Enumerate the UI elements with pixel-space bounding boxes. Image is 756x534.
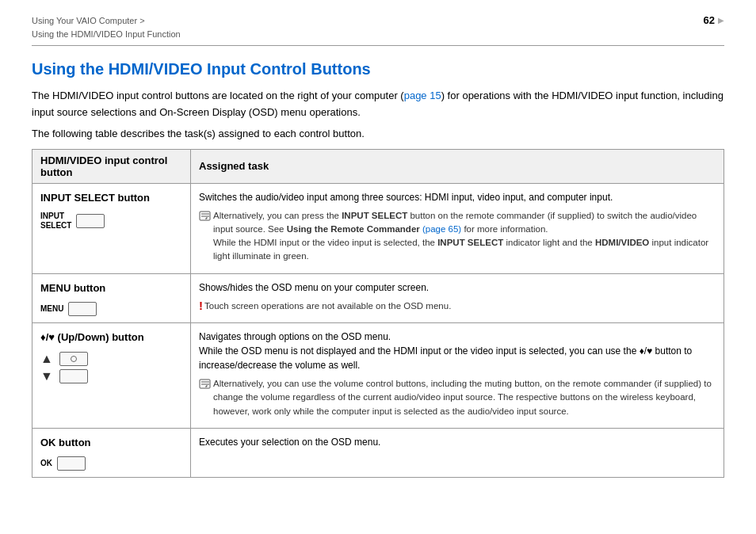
task-text-line: Navigates through options on the OSD men… (199, 331, 391, 342)
table-row: MENU buttonMENUShows/hides the OSD menu … (32, 273, 724, 323)
note-icon (199, 211, 212, 222)
key-label: INPUTSELECT (40, 212, 71, 231)
page-title: Using the HDMI/VIDEO Input Control Butto… (32, 60, 724, 78)
note-icon (199, 379, 212, 390)
button-diagram: INPUTSELECT (40, 212, 182, 231)
note-text: Alternatively, you can use the volume co… (213, 377, 716, 418)
warning-icon: ! (199, 299, 203, 311)
task-cell: Navigates through options on the OSD men… (191, 323, 724, 429)
chevron-icon: ▶ (718, 16, 724, 25)
task-cell: Switches the audio/video input among thr… (191, 183, 724, 273)
note-text: Alternatively, you can press the INPUT S… (213, 209, 716, 264)
page-number: 62 (696, 14, 715, 26)
header-bar: Using Your VAIO Computer > Using the HDM… (32, 14, 724, 46)
button-name-label: MENU button (40, 280, 182, 296)
breadcrumb: Using Your VAIO Computer > Using the HDM… (32, 14, 181, 40)
page-number-area: 62 ▶ (696, 14, 724, 26)
circle-inner (71, 356, 77, 362)
button-cell: INPUT SELECT buttonINPUTSELECT (32, 183, 191, 273)
task-text-line: Switches the audio/video input among thr… (199, 192, 613, 203)
updown-diagram: ▲▼ (40, 352, 182, 383)
circle-button (59, 352, 88, 366)
task-text-line: While the OSD menu is not displayed and … (199, 345, 692, 371)
note-block: Alternatively, you can press the INPUT S… (199, 209, 716, 264)
page-wrapper: Using Your VAIO Computer > Using the HDM… (0, 0, 756, 494)
note-block: Alternatively, you can use the volume co… (199, 377, 716, 418)
down-button-shape (59, 369, 88, 383)
task-cell: Shows/hides the OSD menu on your compute… (191, 273, 724, 323)
task-text-line: Shows/hides the OSD menu on your compute… (199, 282, 429, 293)
up-row: ▲ (40, 352, 182, 366)
button-shape (57, 456, 86, 471)
down-arrow-icon: ▼ (40, 370, 53, 383)
button-cell: OK buttonOK (32, 428, 191, 478)
page-link[interactable]: page 15 (404, 90, 441, 101)
table-header-row: HDMI/VIDEO input control button Assigned… (32, 149, 724, 183)
button-name-label: INPUT SELECT button (40, 190, 182, 206)
button-diagram: MENU (40, 302, 182, 316)
warning-block: !Touch screen operations are not availab… (199, 299, 716, 313)
task-cell: Executes your selection on the OSD menu. (191, 428, 724, 478)
col-button-header: HDMI/VIDEO input control button (32, 149, 191, 183)
table-row: INPUT SELECT buttonINPUTSELECTSwitches t… (32, 183, 724, 273)
down-row: ▼ (40, 369, 182, 383)
col-task-header: Assigned task (191, 149, 724, 183)
button-cell: MENU buttonMENU (32, 273, 191, 323)
table-row: OK buttonOKExecutes your selection on th… (32, 428, 724, 478)
table-row: ♦/♥ (Up/Down) button▲▼Navigates through … (32, 323, 724, 429)
button-name-label: OK button (40, 435, 182, 451)
warning-text: Touch screen operations are not availabl… (204, 299, 451, 313)
button-name-label: ♦/♥ (Up/Down) button (40, 330, 182, 345)
button-shape (68, 302, 97, 316)
intro-paragraph: The HDMI/VIDEO input control buttons are… (32, 88, 724, 121)
task-text-line: Executes your selection on the OSD menu. (199, 437, 380, 448)
key-label: MENU (40, 304, 63, 314)
key-label: OK (40, 459, 52, 468)
button-cell: ♦/♥ (Up/Down) button▲▼ (32, 323, 191, 429)
button-diagram: OK (40, 456, 182, 471)
up-arrow-icon: ▲ (40, 353, 53, 365)
table-intro: The following table describes the task(s… (32, 128, 724, 139)
control-table: HDMI/VIDEO input control button Assigned… (32, 149, 724, 479)
button-shape (76, 214, 105, 228)
